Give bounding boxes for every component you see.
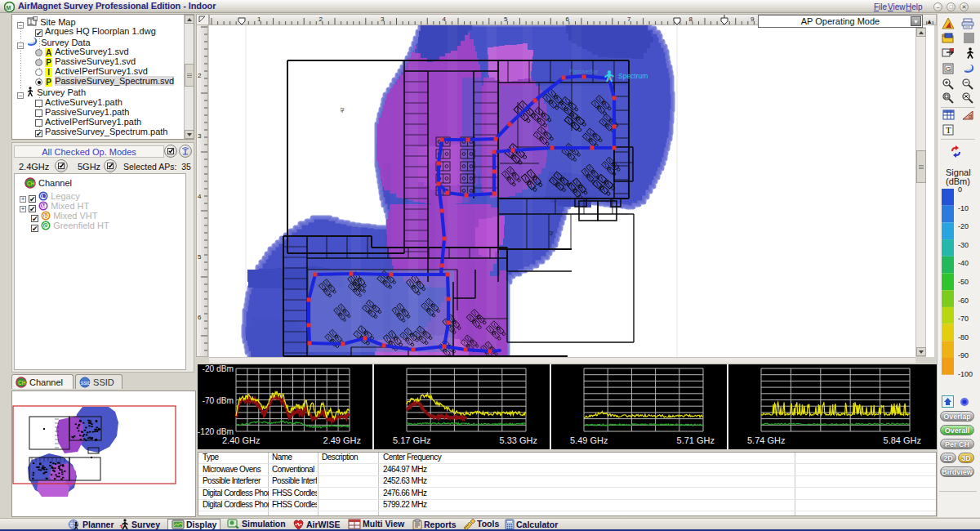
svg-text:5: 5 bbox=[504, 16, 508, 23]
svg-text:T: T bbox=[946, 125, 951, 135]
svg-text:8: 8 bbox=[689, 16, 693, 23]
svg-text:5.84 GHz: 5.84 GHz bbox=[884, 435, 921, 445]
svg-text:CH: CH bbox=[18, 380, 26, 386]
svg-text:9: 9 bbox=[751, 16, 755, 23]
svg-text:5.71 GHz: 5.71 GHz bbox=[677, 435, 715, 445]
svg-text:M: M bbox=[42, 203, 47, 209]
svg-text:d: d bbox=[969, 114, 972, 119]
svg-text:-30: -30 bbox=[958, 241, 969, 249]
svg-text:5.17 GHz: 5.17 GHz bbox=[393, 435, 430, 445]
svg-text:1: 1 bbox=[257, 16, 261, 23]
svg-text:42: 42 bbox=[340, 107, 345, 113]
svg-text:2: 2 bbox=[319, 16, 323, 23]
svg-text:4: 4 bbox=[198, 193, 202, 200]
svg-text:6: 6 bbox=[198, 314, 202, 321]
svg-text:PassiveSur: PassiveSur bbox=[569, 69, 599, 74]
svg-text:H: H bbox=[44, 213, 48, 219]
svg-text:5.49 GHz: 5.49 GHz bbox=[570, 435, 608, 445]
svg-text:42: 42 bbox=[549, 230, 554, 236]
svg-text:5.74 GHz: 5.74 GHz bbox=[747, 435, 785, 445]
svg-text:3: 3 bbox=[381, 16, 385, 23]
svg-text:5: 5 bbox=[198, 253, 202, 261]
svg-text:2: 2 bbox=[198, 72, 202, 79]
svg-text:G: G bbox=[44, 223, 49, 229]
svg-text:L: L bbox=[42, 194, 46, 199]
svg-text:-20 dBm: -20 dBm bbox=[202, 364, 234, 373]
svg-text:2.40 GHz: 2.40 GHz bbox=[222, 435, 260, 445]
svg-text:0: 0 bbox=[958, 187, 962, 194]
svg-text:3: 3 bbox=[198, 132, 202, 140]
svg-text:-100: -100 bbox=[958, 370, 973, 377]
svg-text:-70 dBm: -70 dBm bbox=[202, 396, 234, 405]
svg-text:G: G bbox=[946, 65, 951, 73]
svg-text:4: 4 bbox=[443, 16, 447, 23]
svg-text:7: 7 bbox=[627, 16, 631, 23]
svg-text:5.33 GHz: 5.33 GHz bbox=[500, 435, 537, 445]
svg-text:-50: -50 bbox=[958, 278, 969, 286]
svg-text:2.49 GHz: 2.49 GHz bbox=[323, 435, 361, 445]
svg-text:CH: CH bbox=[27, 181, 35, 186]
svg-text:M: M bbox=[7, 5, 11, 11]
svg-text:Spectrum: Spectrum bbox=[618, 72, 648, 80]
svg-text:-60: -60 bbox=[958, 297, 969, 305]
svg-text:-40: -40 bbox=[958, 259, 969, 267]
svg-text:-20: -20 bbox=[958, 222, 969, 230]
svg-text:-90: -90 bbox=[958, 351, 969, 359]
svg-text:SSID: SSID bbox=[81, 381, 91, 386]
svg-text:-80: -80 bbox=[958, 333, 969, 341]
svg-text:6: 6 bbox=[566, 16, 570, 23]
svg-text:-70: -70 bbox=[958, 315, 969, 323]
svg-text:-10: -10 bbox=[958, 204, 969, 212]
